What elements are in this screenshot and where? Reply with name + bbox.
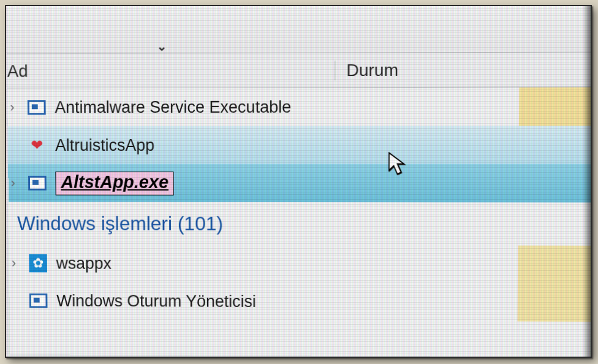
process-row-selected[interactable]: › AltstApp.exe <box>8 164 592 203</box>
process-name: Antimalware Service Executable <box>50 97 291 117</box>
expand-chevron-icon[interactable]: › <box>9 256 25 271</box>
column-header-label: Ad <box>7 61 28 80</box>
heart-icon: ❤ <box>31 138 43 153</box>
expand-chevron-icon[interactable]: › <box>8 175 24 191</box>
process-name: wsappx <box>51 254 112 273</box>
group-label: Windows işlemleri (101) <box>17 212 223 235</box>
toolbar-dropdown-chevron[interactable]: ⌄ <box>157 39 167 53</box>
toolbar: ⌄ <box>7 5 592 54</box>
svg-marker-0 <box>389 153 404 174</box>
process-name: Windows Oturum Yöneticisi <box>51 292 256 311</box>
process-icon <box>28 100 46 115</box>
column-headers: Ad Durum <box>7 52 592 88</box>
gear-icon <box>29 254 47 273</box>
process-icon <box>29 294 48 308</box>
column-header-label: Durum <box>346 60 398 80</box>
mouse-cursor-icon <box>386 152 408 180</box>
column-header-status[interactable]: Durum <box>335 60 496 80</box>
process-group-header[interactable]: Windows işlemleri (101) <box>9 202 592 246</box>
process-list: › Antimalware Service Executable ❤ Altru… <box>7 87 592 322</box>
process-name: AltruisticsApp <box>50 136 154 155</box>
expand-chevron-icon[interactable]: › <box>7 99 23 115</box>
process-icon <box>28 176 47 191</box>
column-header-name[interactable]: Ad <box>7 60 335 81</box>
process-row[interactable]: › Antimalware Service Executable <box>7 87 592 126</box>
process-row[interactable]: ❤ AltruisticsApp <box>8 126 592 164</box>
highlighted-process-name: AltstApp.exe <box>55 171 174 195</box>
process-row[interactable]: Windows Oturum Yöneticisi <box>9 282 592 322</box>
process-row[interactable]: › wsappx <box>9 245 592 284</box>
